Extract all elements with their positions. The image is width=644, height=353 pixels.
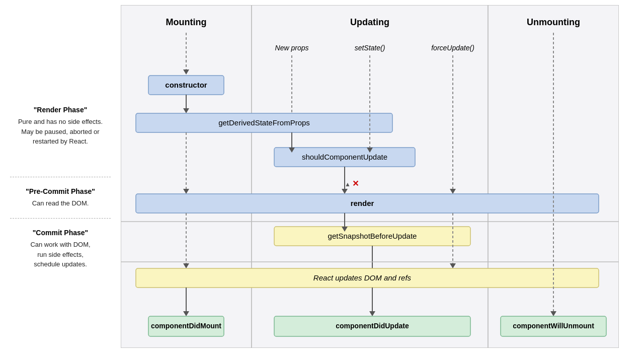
constructor-label: constructor — [165, 81, 207, 89]
page-container: "Render Phase" Pure and has no side effe… — [0, 0, 644, 353]
new-props-label: New props — [275, 44, 309, 52]
react-updates-dom-label: React updates DOM and refs — [313, 273, 412, 282]
unmounting-header: Unmounting — [527, 17, 580, 27]
updating-header: Updating — [350, 17, 389, 27]
precommit-phase-desc: Can read the DOM. — [10, 198, 111, 208]
commit-phase-title: "Commit Phase" — [10, 229, 111, 237]
commit-phase-desc: Can work with DOM, run side effects, sch… — [10, 240, 111, 269]
lifecycle-diagram: Mounting Updating Unmounting New props s… — [121, 5, 619, 348]
commit-phase-legend: "Commit Phase" Can work with DOM, run si… — [10, 229, 111, 269]
cross-triangle: ▲ — [345, 181, 351, 188]
cross-mark: ✕ — [352, 179, 359, 188]
precommit-phase-title: "Pre-Commit Phase" — [10, 187, 111, 195]
render-label: render — [351, 199, 374, 207]
setstate-label: setState() — [355, 44, 385, 52]
divider-2 — [10, 218, 111, 219]
shouldcomponentupdate-label: shouldComponentUpdate — [302, 153, 387, 161]
getsnapshot-label: getSnapshotBeforeUpdate — [328, 232, 417, 240]
render-phase-desc: Pure and has no side effects. May be pau… — [10, 117, 111, 147]
component-will-unmount-label: componentWillUnmount — [513, 322, 594, 330]
component-did-mount-label: componentDidMount — [151, 322, 221, 330]
diagram-area: Mounting Updating Unmounting New props s… — [121, 0, 644, 353]
component-did-update-label: componentDidUpdate — [336, 322, 409, 330]
render-phase-title: "Render Phase" — [10, 106, 111, 114]
forceupdate-label: forceUpdate() — [431, 44, 474, 52]
divider-1 — [10, 177, 111, 177]
legend-panel: "Render Phase" Pure and has no side effe… — [0, 0, 121, 353]
getderivedstate-label: getDerivedStateFromProps — [218, 118, 310, 127]
precommit-phase-legend: "Pre-Commit Phase" Can read the DOM. — [10, 187, 111, 208]
render-phase-legend: "Render Phase" Pure and has no side effe… — [10, 106, 111, 147]
mounting-header: Mounting — [166, 17, 207, 27]
